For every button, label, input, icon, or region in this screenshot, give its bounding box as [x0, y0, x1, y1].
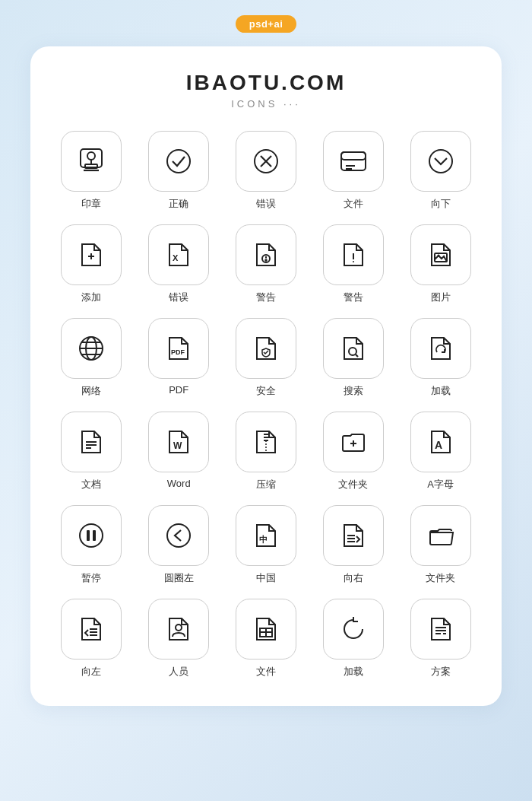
font-a-icon: A [424, 425, 458, 459]
scheme-icon [424, 612, 458, 646]
top-badge: psd+ai [236, 15, 297, 33]
icon-label-folder-add: 文件夹 [338, 478, 368, 491]
icon-label-file-image: 图片 [431, 291, 451, 304]
card-subtitle: ICONS ··· [231, 98, 301, 110]
svg-point-30 [349, 348, 356, 355]
svg-text:X: X [173, 253, 179, 262]
icon-label-font-a: A字母 [427, 478, 454, 491]
icon-item-file-add: 添加 [52, 224, 131, 304]
icon-label-stamp: 印章 [81, 197, 101, 211]
icon-box-scheme [410, 599, 471, 660]
icon-box-compress [236, 412, 296, 472]
icon-label-refresh: 加载 [344, 665, 363, 679]
icon-box-china: 中 [236, 505, 296, 566]
svg-point-1 [87, 152, 95, 160]
folder-add-icon [337, 425, 370, 459]
icon-box-file-image [410, 224, 471, 285]
correct-icon [162, 145, 195, 178]
file-search-icon [337, 332, 370, 365]
icon-box-network [61, 318, 122, 379]
icon-label-china: 中国 [256, 571, 276, 585]
list-left-icon [74, 612, 108, 646]
icon-label-file-warning2: 警告 [344, 291, 363, 304]
network-icon [74, 332, 108, 365]
icon-label-compress: 压缩 [256, 478, 276, 491]
icon-label-scheme: 方案 [431, 665, 451, 679]
icon-label-list-right: 向右 [344, 571, 363, 585]
svg-rect-3 [85, 164, 97, 168]
icon-label-pdf: PDF [169, 384, 188, 396]
svg-point-54 [176, 625, 182, 631]
file-error-icon: X [162, 238, 195, 272]
svg-point-5 [167, 150, 190, 173]
icon-item-file-warning2: 警告 [313, 224, 393, 304]
refresh-icon [337, 612, 370, 646]
icon-label-list-left: 向左 [81, 665, 101, 679]
svg-rect-10 [341, 152, 366, 160]
circle-left-icon [162, 519, 195, 552]
icon-item-correct: 正确 [139, 131, 219, 211]
icon-label-file-refresh: 加载 [431, 384, 451, 398]
icon-box-file-warning2 [323, 224, 384, 285]
icon-box-refresh [323, 599, 384, 660]
icon-item-list-left: 向左 [52, 599, 131, 679]
icon-item-document: 文档 [52, 412, 131, 491]
svg-line-31 [356, 354, 358, 357]
svg-rect-9 [341, 152, 366, 170]
icon-label-document: 文档 [81, 478, 101, 491]
svg-point-19 [265, 259, 267, 261]
file-table-icon [249, 612, 283, 646]
svg-point-43 [80, 524, 103, 547]
icon-label-file-card: 文件 [344, 197, 363, 211]
svg-text:中: 中 [259, 535, 268, 544]
icon-box-file-add [61, 224, 122, 285]
compress-icon [249, 425, 283, 459]
icon-label-file-table: 文件 [256, 665, 276, 679]
icon-label-file-warning1: 警告 [256, 291, 276, 304]
icon-item-chevron-down: 向下 [401, 131, 480, 211]
icon-item-folder-add: 文件夹 [313, 412, 393, 491]
icon-item-network: 网络 [52, 318, 131, 398]
folder-open-icon [424, 519, 458, 552]
icon-label-correct: 正确 [169, 197, 188, 211]
file-refresh-icon [424, 332, 458, 365]
icon-label-word: Word [167, 478, 191, 489]
card-title: IBAOTU.COM [186, 71, 346, 95]
main-card: IBAOTU.COM ICONS ··· 印章 [30, 46, 502, 706]
svg-point-21 [353, 261, 354, 262]
icon-label-file-add: 添加 [81, 291, 101, 304]
icon-item-file-card: 文件 [313, 131, 393, 211]
file-warning2-icon [337, 238, 370, 272]
icon-box-pause [61, 505, 122, 566]
icon-box-file-card [323, 131, 384, 192]
icon-box-stamp [61, 131, 122, 192]
icon-box-circle-left [148, 505, 209, 566]
svg-point-13 [429, 150, 452, 173]
pause-icon [74, 519, 108, 552]
document-icon [74, 425, 108, 459]
icon-item-refresh: 加载 [313, 599, 393, 679]
icon-item-scheme: 方案 [401, 599, 480, 679]
word-icon: W [162, 425, 195, 459]
icon-label-person-file: 人员 [169, 665, 188, 679]
icon-box-error-circle [236, 131, 296, 192]
icon-box-file-refresh [410, 318, 471, 379]
icon-box-word: W [148, 412, 209, 472]
icon-box-chevron-down [410, 131, 471, 192]
icon-label-file-error: 错误 [169, 291, 188, 304]
icon-item-file-table: 文件 [226, 599, 306, 679]
icon-label-circle-left: 圆圈左 [164, 571, 194, 585]
icon-box-file-search [323, 318, 384, 379]
file-add-icon [74, 238, 108, 272]
icon-item-pause: 暂停 [52, 505, 131, 585]
icon-item-file-error: X 错误 [139, 224, 219, 304]
icon-item-file-secure: 安全 [226, 318, 306, 398]
icon-item-compress: 压缩 [226, 412, 306, 491]
icon-item-font-a: A A字母 [401, 412, 480, 491]
icon-box-list-right [323, 505, 384, 566]
icon-box-font-a: A [410, 412, 471, 472]
icon-item-pdf: PDF PDF [139, 318, 219, 398]
file-card-icon [337, 145, 370, 178]
stamp-icon [74, 145, 108, 178]
file-image-icon [424, 238, 458, 272]
